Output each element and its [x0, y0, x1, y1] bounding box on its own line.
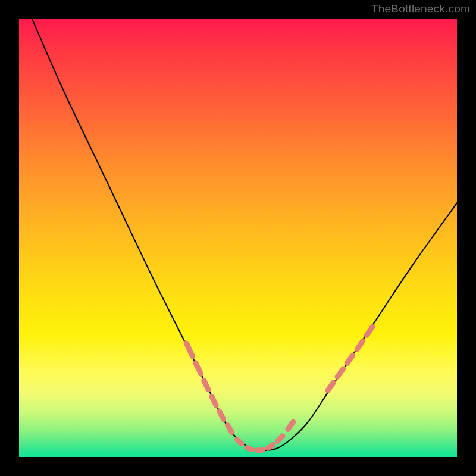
chart-svg: [19, 19, 457, 457]
overlay-dash: [212, 396, 216, 405]
chart-frame: TheBottleneck.com: [0, 0, 476, 476]
overlay-dash: [257, 450, 262, 450]
overlay-dash: [268, 444, 273, 448]
watermark-text: TheBottleneck.com: [371, 2, 470, 15]
bottleneck-curve: [32, 19, 457, 450]
overlay-dash: [219, 411, 223, 419]
overlay-dash: [247, 448, 252, 450]
overlay-dash: [328, 383, 334, 390]
overlay-dash: [337, 369, 343, 377]
overlay-dash: [347, 355, 353, 363]
overlay-dash: [277, 436, 283, 441]
overlay-dash: [237, 440, 242, 444]
overlay-dash: [288, 422, 293, 430]
plot-area: [19, 19, 457, 457]
overlay-dash: [196, 363, 201, 374]
overlay-dash: [204, 380, 208, 389]
overlay-dash: [357, 341, 363, 349]
overlay-dash: [367, 327, 372, 335]
overlay-dash: [227, 425, 231, 433]
overlay-dash: [186, 343, 192, 356]
